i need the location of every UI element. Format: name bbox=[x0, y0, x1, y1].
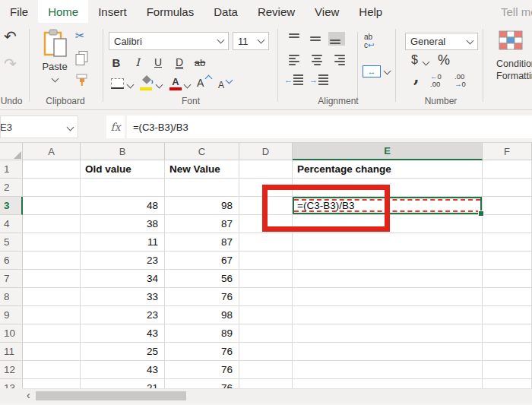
cell-C1[interactable]: New Value bbox=[165, 160, 239, 179]
insert-function-button[interactable]: fx bbox=[106, 115, 125, 138]
cell-B2[interactable] bbox=[81, 179, 165, 197]
cell-E9[interactable] bbox=[293, 306, 483, 324]
font-size-select[interactable]: 11 bbox=[233, 32, 269, 50]
chevron-down-icon[interactable] bbox=[467, 36, 474, 44]
cell-F10[interactable] bbox=[483, 324, 532, 343]
underline-button[interactable]: U bbox=[150, 56, 166, 68]
row-header-5[interactable]: 5 bbox=[0, 233, 23, 252]
cell-F12[interactable] bbox=[483, 361, 532, 379]
tab-file[interactable]: File bbox=[0, 0, 38, 23]
tab-formulas[interactable]: Formulas bbox=[137, 0, 204, 23]
cell-F4[interactable] bbox=[483, 215, 532, 233]
cell-C10[interactable]: 89 bbox=[165, 324, 239, 343]
cell-A12[interactable] bbox=[23, 361, 81, 379]
cell-A3[interactable] bbox=[23, 197, 81, 215]
row-header-6[interactable]: 6 bbox=[0, 252, 23, 270]
cell-C4[interactable]: 87 bbox=[165, 215, 239, 233]
formula-input[interactable]: =(C3-B3)/B3 bbox=[127, 115, 532, 138]
grow-font-button[interactable]: A bbox=[197, 76, 212, 90]
currency-format-button[interactable]: $ bbox=[411, 53, 418, 67]
cell-D5[interactable] bbox=[239, 233, 293, 252]
cell-E11[interactable] bbox=[293, 343, 483, 361]
cell-D8[interactable] bbox=[239, 288, 293, 306]
cell-D12[interactable] bbox=[239, 361, 293, 379]
scrollbar-thumb[interactable] bbox=[36, 391, 186, 400]
cell-B1[interactable]: Old value bbox=[81, 160, 165, 179]
row-header-2[interactable]: 2 bbox=[0, 179, 23, 197]
paste-label[interactable]: Paste bbox=[32, 61, 78, 72]
cell-E8[interactable] bbox=[293, 288, 483, 306]
paste-icon[interactable] bbox=[43, 29, 68, 58]
col-header-E[interactable]: E bbox=[293, 143, 483, 160]
comma-style-button[interactable]: , bbox=[413, 67, 420, 87]
cell-B10[interactable]: 43 bbox=[81, 324, 165, 343]
col-header-D[interactable]: D bbox=[239, 143, 293, 160]
row-header-9[interactable]: 9 bbox=[0, 306, 23, 324]
decrease-decimal-button[interactable]: .00 →0 bbox=[454, 73, 466, 88]
fill-color-chevron[interactable] bbox=[156, 81, 163, 89]
cell-B11[interactable]: 25 bbox=[81, 343, 165, 361]
col-header-B[interactable]: B bbox=[81, 143, 165, 160]
cell-B5[interactable]: 11 bbox=[81, 233, 165, 252]
cell-C6[interactable]: 67 bbox=[165, 252, 239, 270]
cell-C11[interactable]: 76 bbox=[165, 343, 239, 361]
cell-D11[interactable] bbox=[239, 343, 293, 361]
cell-C9[interactable]: 98 bbox=[165, 306, 239, 324]
horizontal-scrollbar[interactable]: ‹ bbox=[23, 388, 532, 403]
align-right-button[interactable] bbox=[330, 53, 347, 67]
row-header-12[interactable]: 12 bbox=[0, 361, 23, 379]
undo-button[interactable]: ↶ bbox=[4, 27, 17, 46]
merge-center-chevron[interactable] bbox=[384, 68, 391, 75]
number-format-select[interactable]: General bbox=[405, 33, 478, 50]
cell-A11[interactable] bbox=[23, 343, 81, 361]
font-color-chevron[interactable] bbox=[184, 81, 192, 89]
cell-F3[interactable] bbox=[483, 197, 532, 215]
cell-B9[interactable]: 23 bbox=[81, 306, 165, 324]
tab-help[interactable]: Help bbox=[349, 0, 392, 23]
cell-C5[interactable]: 87 bbox=[165, 233, 239, 252]
col-header-C[interactable]: C bbox=[165, 143, 239, 160]
cell-E6[interactable] bbox=[293, 252, 483, 270]
cell-C3[interactable]: 98 bbox=[165, 197, 239, 215]
cell-B8[interactable]: 33 bbox=[81, 288, 165, 306]
redo-button[interactable]: ↷ bbox=[4, 55, 17, 73]
conditional-formatting-button[interactable]: Conditional Formatting bbox=[496, 58, 532, 82]
row-header-7[interactable]: 7 bbox=[0, 270, 23, 288]
copy-icon[interactable] bbox=[74, 50, 89, 66]
decrease-indent-button[interactable]: ← bbox=[285, 73, 305, 87]
cell-F1[interactable] bbox=[483, 160, 532, 179]
select-all-corner[interactable] bbox=[0, 143, 23, 160]
cell-A9[interactable] bbox=[23, 306, 81, 324]
currency-chevron[interactable] bbox=[423, 59, 430, 66]
row-header-3[interactable]: 3 bbox=[0, 197, 23, 215]
cell-F6[interactable] bbox=[483, 252, 532, 270]
col-header-F[interactable]: F bbox=[483, 143, 532, 160]
cell-F9[interactable] bbox=[483, 306, 532, 324]
fill-color-button[interactable] bbox=[140, 74, 154, 90]
paste-dropdown-chevron[interactable] bbox=[52, 75, 59, 83]
increase-decimal-button[interactable]: ←0 .00 bbox=[430, 73, 442, 88]
borders-chevron[interactable] bbox=[127, 81, 135, 89]
cell-F5[interactable] bbox=[483, 233, 532, 252]
cell-D6[interactable] bbox=[239, 252, 293, 270]
scroll-left-arrow[interactable]: ‹ bbox=[27, 389, 30, 401]
cell-B7[interactable]: 34 bbox=[81, 270, 165, 288]
cell-F11[interactable] bbox=[483, 343, 532, 361]
cell-D7[interactable] bbox=[239, 270, 293, 288]
cell-B12[interactable]: 43 bbox=[81, 361, 165, 379]
cell-B3[interactable]: 48 bbox=[81, 197, 165, 215]
align-bottom-button[interactable] bbox=[328, 32, 345, 46]
row-header-1[interactable]: 1 bbox=[0, 160, 23, 179]
tab-insert[interactable]: Insert bbox=[88, 0, 137, 23]
cell-A4[interactable] bbox=[23, 215, 81, 233]
chevron-down-icon[interactable] bbox=[258, 36, 265, 44]
tell-me-box[interactable]: Tell me bbox=[491, 0, 532, 23]
italic-button[interactable]: I bbox=[129, 56, 146, 68]
tab-view[interactable]: View bbox=[305, 0, 349, 23]
align-left-button[interactable] bbox=[287, 53, 304, 67]
cell-E5[interactable] bbox=[293, 233, 483, 252]
strikethrough-button[interactable]: ab bbox=[192, 57, 208, 68]
tab-data[interactable]: Data bbox=[204, 0, 248, 23]
cell-E12[interactable] bbox=[293, 361, 483, 379]
percent-style-button[interactable]: % bbox=[438, 52, 450, 68]
